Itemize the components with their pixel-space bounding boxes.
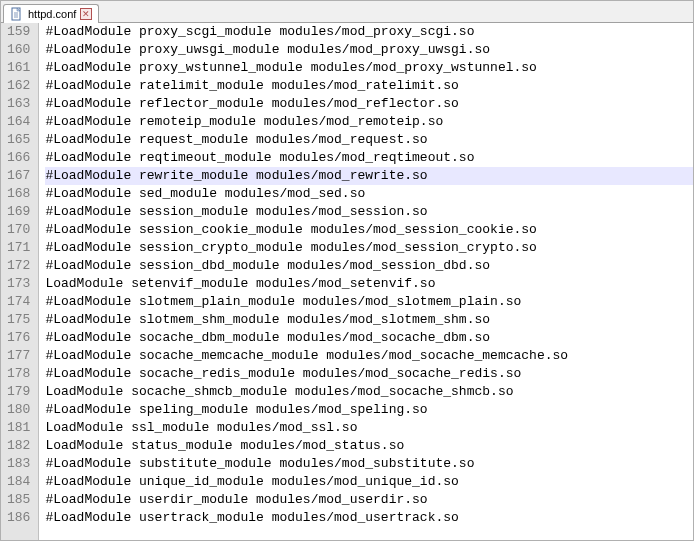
code-line[interactable]: #LoadModule ratelimit_module modules/mod… — [45, 77, 693, 95]
line-number: 181 — [7, 419, 30, 437]
code-line[interactable]: #LoadModule substitute_module modules/mo… — [45, 455, 693, 473]
code-line[interactable]: #LoadModule slotmem_shm_module modules/m… — [45, 311, 693, 329]
line-number: 174 — [7, 293, 30, 311]
line-number: 186 — [7, 509, 30, 527]
line-number: 163 — [7, 95, 30, 113]
code-line[interactable]: #LoadModule remoteip_module modules/mod_… — [45, 113, 693, 131]
code-line[interactable]: #LoadModule session_crypto_module module… — [45, 239, 693, 257]
line-number: 173 — [7, 275, 30, 293]
code-line[interactable]: #LoadModule session_cookie_module module… — [45, 221, 693, 239]
line-number: 165 — [7, 131, 30, 149]
code-line[interactable]: #LoadModule proxy_wstunnel_module module… — [45, 59, 693, 77]
code-line[interactable]: #LoadModule session_dbd_module modules/m… — [45, 257, 693, 275]
line-number: 171 — [7, 239, 30, 257]
code-line[interactable]: #LoadModule slotmem_plain_module modules… — [45, 293, 693, 311]
line-number: 184 — [7, 473, 30, 491]
line-number: 177 — [7, 347, 30, 365]
line-number: 182 — [7, 437, 30, 455]
tab-label: httpd.conf — [28, 8, 76, 20]
code-line[interactable]: LoadModule setenvif_module modules/mod_s… — [45, 275, 693, 293]
editor[interactable]: 1591601611621631641651661671681691701711… — [1, 23, 693, 540]
line-number: 178 — [7, 365, 30, 383]
code-line[interactable]: #LoadModule reqtimeout_module modules/mo… — [45, 149, 693, 167]
line-number: 169 — [7, 203, 30, 221]
code-line[interactable]: #LoadModule rewrite_module modules/mod_r… — [45, 167, 693, 185]
line-number: 162 — [7, 77, 30, 95]
code-line[interactable]: #LoadModule proxy_uwsgi_module modules/m… — [45, 41, 693, 59]
line-number: 161 — [7, 59, 30, 77]
code-line[interactable]: #LoadModule proxy_scgi_module modules/mo… — [45, 23, 693, 41]
code-line[interactable]: #LoadModule session_module modules/mod_s… — [45, 203, 693, 221]
code-line[interactable]: #LoadModule socache_memcache_module modu… — [45, 347, 693, 365]
code-line[interactable]: #LoadModule socache_dbm_module modules/m… — [45, 329, 693, 347]
line-number: 159 — [7, 23, 30, 41]
code-line[interactable]: #LoadModule usertrack_module modules/mod… — [45, 509, 693, 527]
line-number: 172 — [7, 257, 30, 275]
tab-bar: httpd.conf ✕ — [1, 1, 693, 23]
code-line[interactable]: #LoadModule speling_module modules/mod_s… — [45, 401, 693, 419]
line-number: 168 — [7, 185, 30, 203]
code-line[interactable]: #LoadModule request_module modules/mod_r… — [45, 131, 693, 149]
line-number: 166 — [7, 149, 30, 167]
line-number: 164 — [7, 113, 30, 131]
code-line[interactable]: LoadModule socache_shmcb_module modules/… — [45, 383, 693, 401]
line-number-gutter: 1591601611621631641651661671681691701711… — [1, 23, 39, 540]
line-number: 170 — [7, 221, 30, 239]
code-area[interactable]: #LoadModule proxy_scgi_module modules/mo… — [39, 23, 693, 540]
code-line[interactable]: #LoadModule socache_redis_module modules… — [45, 365, 693, 383]
line-number: 176 — [7, 329, 30, 347]
code-line[interactable]: #LoadModule unique_id_module modules/mod… — [45, 473, 693, 491]
code-line[interactable]: LoadModule ssl_module modules/mod_ssl.so — [45, 419, 693, 437]
file-icon — [10, 7, 24, 21]
close-icon[interactable]: ✕ — [80, 8, 92, 20]
code-line[interactable]: #LoadModule sed_module modules/mod_sed.s… — [45, 185, 693, 203]
tab-httpd-conf[interactable]: httpd.conf ✕ — [3, 4, 99, 23]
code-line[interactable]: LoadModule status_module modules/mod_sta… — [45, 437, 693, 455]
line-number: 183 — [7, 455, 30, 473]
line-number: 180 — [7, 401, 30, 419]
code-line[interactable]: #LoadModule reflector_module modules/mod… — [45, 95, 693, 113]
line-number: 167 — [7, 167, 30, 185]
line-number: 185 — [7, 491, 30, 509]
line-number: 175 — [7, 311, 30, 329]
line-number: 179 — [7, 383, 30, 401]
code-line[interactable]: #LoadModule userdir_module modules/mod_u… — [45, 491, 693, 509]
line-number: 160 — [7, 41, 30, 59]
